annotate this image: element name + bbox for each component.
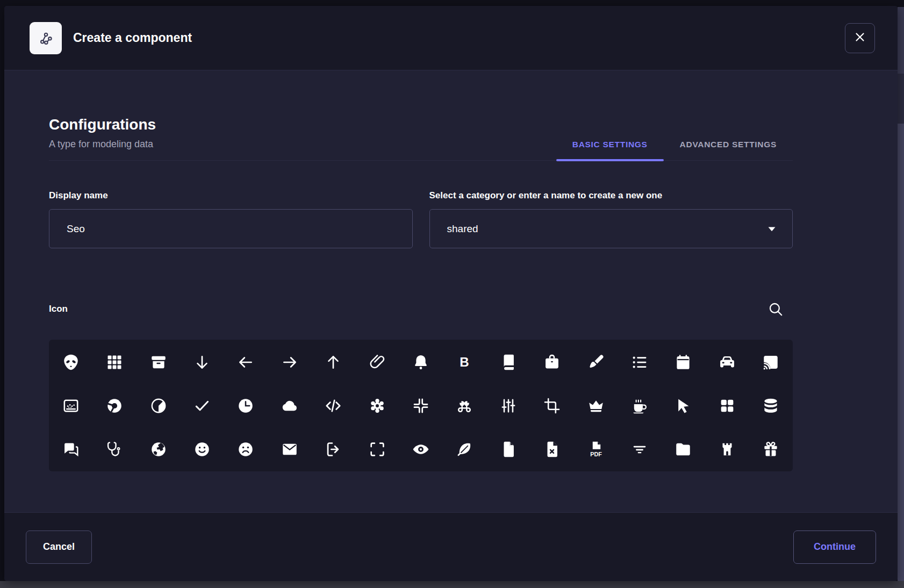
backdrop-right-segment <box>898 124 904 581</box>
form-row: Display name Select a category or enter … <box>49 190 793 248</box>
bell-icon[interactable] <box>399 340 442 384</box>
cancel-button[interactable]: Cancel <box>26 530 92 564</box>
bullet-list-icon[interactable] <box>618 340 661 384</box>
database-icon[interactable] <box>749 384 793 427</box>
category-field: Select a category or enter a name to cre… <box>429 190 793 248</box>
category-select[interactable]: shared <box>429 209 793 248</box>
cog-icon[interactable] <box>355 384 399 427</box>
backdrop-right-segment <box>898 74 904 124</box>
close-button[interactable] <box>845 23 875 53</box>
search-icon <box>767 300 785 318</box>
caret-down-icon <box>765 223 778 235</box>
settings-tabs: BASIC SETTINGS ADVANCED SETTINGS <box>556 129 793 160</box>
emotion-unhappy-icon[interactable] <box>224 427 268 471</box>
arrow-right-icon[interactable] <box>268 340 311 384</box>
feather-icon[interactable] <box>443 427 486 471</box>
dashboard-icon[interactable] <box>705 384 749 427</box>
modal-title: Create a component <box>73 31 845 45</box>
tab-basic-settings[interactable]: BASIC SETTINGS <box>556 129 664 160</box>
display-name-field: Display name <box>49 190 413 248</box>
brush-icon[interactable] <box>574 340 618 384</box>
attachment-icon[interactable] <box>355 340 399 384</box>
apps-icon[interactable] <box>92 340 136 384</box>
display-name-input[interactable] <box>49 209 413 248</box>
modal-body: Configurations A type for modeling data … <box>4 70 898 512</box>
display-name-label: Display name <box>49 190 413 201</box>
component-icon <box>30 22 62 54</box>
check-icon[interactable] <box>180 384 224 427</box>
chart-pie-icon[interactable] <box>137 384 180 427</box>
icon-picker-header: Icon <box>49 300 793 318</box>
archive-icon[interactable] <box>137 340 180 384</box>
chart-bubble-icon[interactable] <box>49 384 92 427</box>
bold-icon[interactable]: B <box>443 340 486 384</box>
icon-search-button[interactable] <box>767 300 785 318</box>
cast-icon[interactable] <box>749 340 793 384</box>
command-icon[interactable] <box>443 384 486 427</box>
file-pdf-icon[interactable]: PDF <box>574 427 618 471</box>
file-error-icon[interactable] <box>530 427 574 471</box>
emotion-happy-icon[interactable] <box>180 427 224 471</box>
arrow-left-icon[interactable] <box>224 340 268 384</box>
chart-circle-icon[interactable] <box>92 384 136 427</box>
fort-icon[interactable] <box>705 427 749 471</box>
backdrop-right-segment <box>898 7 904 74</box>
folder-icon[interactable] <box>662 427 705 471</box>
car-icon[interactable] <box>705 340 749 384</box>
cursor-icon[interactable] <box>662 384 705 427</box>
expand-icon[interactable] <box>355 427 399 471</box>
close-icon <box>853 30 867 46</box>
continue-button[interactable]: Continue <box>793 530 876 564</box>
envelop-icon[interactable] <box>268 427 311 471</box>
crop-icon[interactable] <box>530 384 574 427</box>
category-select-value: shared <box>447 223 478 235</box>
eye-icon[interactable] <box>399 427 442 471</box>
icon-grid: BPDF <box>49 340 793 471</box>
page-background: Create a component Configurations A type… <box>0 0 904 588</box>
modal-footer: Cancel Continue <box>4 512 898 581</box>
arrow-down-icon[interactable] <box>180 340 224 384</box>
book-icon[interactable] <box>486 340 530 384</box>
crown-icon[interactable] <box>574 384 618 427</box>
code-icon[interactable] <box>311 384 355 427</box>
filter-icon[interactable] <box>618 427 661 471</box>
file-icon[interactable] <box>486 427 530 471</box>
cup-icon[interactable] <box>618 384 661 427</box>
console-icon[interactable] <box>486 384 530 427</box>
clock-icon[interactable] <box>224 384 268 427</box>
collapse-icon[interactable] <box>399 384 442 427</box>
gift-icon[interactable] <box>749 427 793 471</box>
icon-picker-panel: BPDF <box>49 340 793 471</box>
briefcase-icon[interactable] <box>530 340 574 384</box>
page-title: Configurations <box>49 116 156 133</box>
headings: Configurations A type for modeling data <box>49 116 156 160</box>
doctor-icon[interactable] <box>92 427 136 471</box>
svg-text:B: B <box>460 354 469 369</box>
arrow-up-icon[interactable] <box>311 340 355 384</box>
calendar-icon[interactable] <box>662 340 705 384</box>
backdrop-bottom-segment <box>0 581 904 588</box>
page-subtitle: A type for modeling data <box>49 139 156 150</box>
heading-and-tabs-row: Configurations A type for modeling data … <box>49 116 793 161</box>
alien-icon[interactable] <box>49 340 92 384</box>
modal-header: Create a component <box>4 6 898 70</box>
earth-icon[interactable] <box>137 427 180 471</box>
cloud-icon[interactable] <box>268 384 311 427</box>
icon-picker-label: Icon <box>49 304 68 314</box>
discuss-icon[interactable] <box>49 427 92 471</box>
category-label: Select a category or enter a name to cre… <box>429 190 793 201</box>
exit-icon[interactable] <box>311 427 355 471</box>
create-component-modal: Create a component Configurations A type… <box>4 6 898 581</box>
tab-advanced-settings[interactable]: ADVANCED SETTINGS <box>664 129 793 160</box>
svg-text:PDF: PDF <box>590 451 602 457</box>
